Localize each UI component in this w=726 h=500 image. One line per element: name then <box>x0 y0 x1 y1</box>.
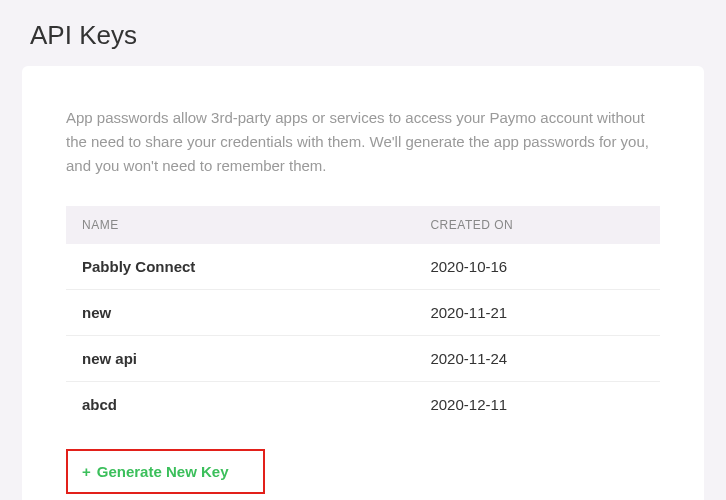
cell-created: 2020-12-11 <box>430 396 644 413</box>
page-title: API Keys <box>0 0 726 66</box>
cell-created: 2020-11-21 <box>430 304 644 321</box>
table-row[interactable]: abcd 2020-12-11 <box>66 382 660 427</box>
header-created: CREATED ON <box>430 218 644 232</box>
cell-created: 2020-11-24 <box>430 350 644 367</box>
generate-button-label: Generate New Key <box>97 463 229 480</box>
table-header: NAME CREATED ON <box>66 206 660 244</box>
api-keys-table: NAME CREATED ON Pabbly Connect 2020-10-1… <box>66 206 660 427</box>
description-text: App passwords allow 3rd-party apps or se… <box>66 106 660 178</box>
api-keys-card: App passwords allow 3rd-party apps or se… <box>22 66 704 500</box>
cell-name: Pabbly Connect <box>82 258 430 275</box>
table-row[interactable]: new 2020-11-21 <box>66 290 660 336</box>
plus-icon: + <box>82 463 91 480</box>
generate-button-highlight: + Generate New Key <box>66 449 265 494</box>
cell-name: abcd <box>82 396 430 413</box>
table-row[interactable]: new api 2020-11-24 <box>66 336 660 382</box>
cell-name: new <box>82 304 430 321</box>
table-row[interactable]: Pabbly Connect 2020-10-16 <box>66 244 660 290</box>
cell-name: new api <box>82 350 430 367</box>
generate-new-key-button[interactable]: + Generate New Key <box>68 453 243 490</box>
header-name: NAME <box>82 218 430 232</box>
cell-created: 2020-10-16 <box>430 258 644 275</box>
